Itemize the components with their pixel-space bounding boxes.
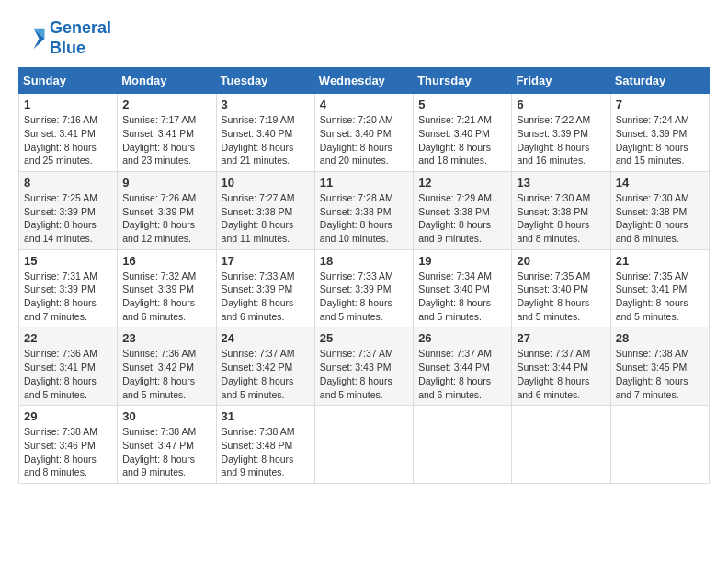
- day-number: 13: [517, 176, 605, 190]
- day-info: Sunrise: 7:27 AMSunset: 3:38 PMDaylight:…: [222, 191, 310, 246]
- calendar-cell: 30 Sunrise: 7:38 AMSunset: 3:47 PMDaylig…: [118, 406, 216, 484]
- calendar-cell: 31 Sunrise: 7:38 AMSunset: 3:48 PMDaylig…: [216, 406, 314, 484]
- day-info: Sunrise: 7:38 AMSunset: 3:47 PMDaylight:…: [122, 425, 210, 479]
- week-row-1: 1 Sunrise: 7:16 AMSunset: 3:41 PMDayligh…: [19, 94, 710, 172]
- day-info: Sunrise: 7:33 AMSunset: 3:39 PMDaylight:…: [222, 270, 310, 324]
- calendar-header-row: SundayMondayTuesdayWednesdayThursdayFrid…: [19, 68, 710, 94]
- day-number: 8: [24, 176, 112, 190]
- day-number: 20: [517, 254, 605, 268]
- calendar-body: 1 Sunrise: 7:16 AMSunset: 3:41 PMDayligh…: [19, 94, 710, 484]
- week-row-5: 29 Sunrise: 7:38 AMSunset: 3:46 PMDaylig…: [19, 406, 710, 484]
- day-info: Sunrise: 7:38 AMSunset: 3:48 PMDaylight:…: [222, 425, 310, 479]
- calendar-cell: 12 Sunrise: 7:29 AMSunset: 3:38 PMDaylig…: [414, 171, 512, 249]
- day-number: 16: [122, 254, 210, 268]
- calendar-cell: 1 Sunrise: 7:16 AMSunset: 3:41 PMDayligh…: [19, 94, 118, 172]
- day-info: Sunrise: 7:31 AMSunset: 3:39 PMDaylight:…: [24, 270, 112, 324]
- day-info: Sunrise: 7:21 AMSunset: 3:40 PMDaylight:…: [418, 113, 506, 167]
- day-header-saturday: Saturday: [610, 68, 709, 94]
- day-number: 23: [122, 331, 210, 345]
- calendar-cell: 19 Sunrise: 7:34 AMSunset: 3:40 PMDaylig…: [414, 249, 512, 327]
- day-info: Sunrise: 7:37 AMSunset: 3:44 PMDaylight:…: [418, 347, 506, 401]
- logo: General Blue: [18, 18, 111, 58]
- week-row-4: 22 Sunrise: 7:36 AMSunset: 3:41 PMDaylig…: [19, 327, 710, 406]
- day-info: Sunrise: 7:32 AMSunset: 3:39 PMDaylight:…: [122, 270, 210, 324]
- day-number: 4: [320, 98, 408, 111]
- day-header-thursday: Thursday: [414, 68, 512, 94]
- day-number: 29: [24, 409, 112, 423]
- calendar-cell: 11 Sunrise: 7:28 AMSunset: 3:38 PMDaylig…: [314, 171, 413, 249]
- day-number: 14: [616, 176, 704, 190]
- calendar-cell: 18 Sunrise: 7:33 AMSunset: 3:39 PMDaylig…: [314, 249, 413, 327]
- day-info: Sunrise: 7:26 AMSunset: 3:39 PMDaylight:…: [122, 191, 210, 246]
- day-number: 7: [616, 98, 704, 111]
- calendar-cell: 23 Sunrise: 7:36 AMSunset: 3:42 PMDaylig…: [118, 327, 216, 406]
- day-info: Sunrise: 7:17 AMSunset: 3:41 PMDaylight:…: [122, 113, 210, 167]
- logo-icon: [18, 25, 46, 52]
- day-header-sunday: Sunday: [19, 68, 118, 94]
- day-number: 2: [122, 98, 210, 111]
- day-number: 11: [320, 176, 408, 190]
- day-number: 31: [222, 409, 310, 423]
- calendar-cell: 10 Sunrise: 7:27 AMSunset: 3:38 PMDaylig…: [216, 171, 314, 249]
- calendar-cell: 8 Sunrise: 7:25 AMSunset: 3:39 PMDayligh…: [19, 171, 118, 249]
- calendar-cell: 13 Sunrise: 7:30 AMSunset: 3:38 PMDaylig…: [512, 171, 610, 249]
- day-info: Sunrise: 7:30 AMSunset: 3:38 PMDaylight:…: [616, 191, 704, 246]
- calendar-cell: 14 Sunrise: 7:30 AMSunset: 3:38 PMDaylig…: [610, 171, 709, 249]
- day-number: 22: [24, 331, 112, 345]
- week-row-2: 8 Sunrise: 7:25 AMSunset: 3:39 PMDayligh…: [19, 171, 710, 249]
- calendar-table: SundayMondayTuesdayWednesdayThursdayFrid…: [18, 67, 710, 484]
- day-number: 19: [418, 254, 506, 268]
- day-info: Sunrise: 7:36 AMSunset: 3:42 PMDaylight:…: [122, 347, 210, 401]
- day-info: Sunrise: 7:37 AMSunset: 3:42 PMDaylight:…: [222, 347, 310, 401]
- calendar-cell: 5 Sunrise: 7:21 AMSunset: 3:40 PMDayligh…: [414, 94, 512, 172]
- day-number: 26: [418, 331, 506, 345]
- day-info: Sunrise: 7:30 AMSunset: 3:38 PMDaylight:…: [517, 191, 605, 246]
- calendar-cell: 17 Sunrise: 7:33 AMSunset: 3:39 PMDaylig…: [216, 249, 314, 327]
- day-number: 6: [517, 98, 605, 111]
- calendar-cell: [610, 406, 709, 484]
- calendar-cell: 6 Sunrise: 7:22 AMSunset: 3:39 PMDayligh…: [512, 94, 610, 172]
- day-info: Sunrise: 7:24 AMSunset: 3:39 PMDaylight:…: [616, 113, 704, 167]
- calendar-cell: 27 Sunrise: 7:37 AMSunset: 3:44 PMDaylig…: [512, 327, 610, 406]
- day-info: Sunrise: 7:22 AMSunset: 3:39 PMDaylight:…: [517, 113, 605, 167]
- logo-text: General Blue: [50, 18, 111, 58]
- day-number: 25: [320, 331, 408, 345]
- day-number: 15: [24, 254, 112, 268]
- day-number: 24: [222, 331, 310, 345]
- calendar-cell: [512, 406, 610, 484]
- day-info: Sunrise: 7:35 AMSunset: 3:41 PMDaylight:…: [616, 270, 704, 324]
- calendar-cell: 21 Sunrise: 7:35 AMSunset: 3:41 PMDaylig…: [610, 249, 709, 327]
- calendar-cell: [414, 406, 512, 484]
- calendar-cell: 24 Sunrise: 7:37 AMSunset: 3:42 PMDaylig…: [216, 327, 314, 406]
- day-info: Sunrise: 7:34 AMSunset: 3:40 PMDaylight:…: [418, 270, 506, 324]
- calendar-cell: 16 Sunrise: 7:32 AMSunset: 3:39 PMDaylig…: [118, 249, 216, 327]
- day-info: Sunrise: 7:38 AMSunset: 3:46 PMDaylight:…: [24, 425, 112, 479]
- calendar-cell: 22 Sunrise: 7:36 AMSunset: 3:41 PMDaylig…: [19, 327, 118, 406]
- day-info: Sunrise: 7:25 AMSunset: 3:39 PMDaylight:…: [24, 191, 112, 246]
- day-info: Sunrise: 7:37 AMSunset: 3:43 PMDaylight:…: [320, 347, 408, 401]
- day-number: 30: [122, 409, 210, 423]
- day-number: 9: [122, 176, 210, 190]
- calendar-cell: 20 Sunrise: 7:35 AMSunset: 3:40 PMDaylig…: [512, 249, 610, 327]
- day-number: 1: [24, 98, 112, 111]
- day-info: Sunrise: 7:16 AMSunset: 3:41 PMDaylight:…: [24, 113, 112, 167]
- day-info: Sunrise: 7:19 AMSunset: 3:40 PMDaylight:…: [222, 113, 310, 167]
- day-number: 12: [418, 176, 506, 190]
- day-number: 18: [320, 254, 408, 268]
- day-header-tuesday: Tuesday: [216, 68, 314, 94]
- day-info: Sunrise: 7:37 AMSunset: 3:44 PMDaylight:…: [517, 347, 605, 401]
- day-info: Sunrise: 7:38 AMSunset: 3:45 PMDaylight:…: [616, 347, 704, 401]
- calendar-cell: 9 Sunrise: 7:26 AMSunset: 3:39 PMDayligh…: [118, 171, 216, 249]
- calendar-cell: 25 Sunrise: 7:37 AMSunset: 3:43 PMDaylig…: [314, 327, 413, 406]
- day-number: 28: [616, 331, 704, 345]
- day-info: Sunrise: 7:35 AMSunset: 3:40 PMDaylight:…: [517, 270, 605, 324]
- calendar-cell: 4 Sunrise: 7:20 AMSunset: 3:40 PMDayligh…: [314, 94, 413, 172]
- calendar-cell: 15 Sunrise: 7:31 AMSunset: 3:39 PMDaylig…: [19, 249, 118, 327]
- day-info: Sunrise: 7:28 AMSunset: 3:38 PMDaylight:…: [320, 191, 408, 246]
- day-header-friday: Friday: [512, 68, 610, 94]
- day-number: 3: [222, 98, 310, 111]
- calendar-cell: 29 Sunrise: 7:38 AMSunset: 3:46 PMDaylig…: [19, 406, 118, 484]
- calendar-cell: 28 Sunrise: 7:38 AMSunset: 3:45 PMDaylig…: [610, 327, 709, 406]
- day-number: 17: [222, 254, 310, 268]
- calendar-cell: 3 Sunrise: 7:19 AMSunset: 3:40 PMDayligh…: [216, 94, 314, 172]
